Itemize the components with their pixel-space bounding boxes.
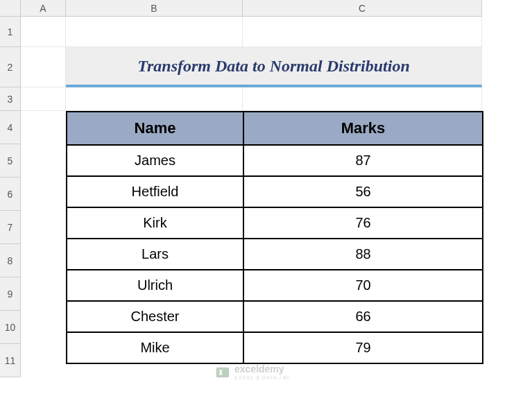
row-header-1[interactable]: 1 (0, 17, 21, 47)
column-headers: A B C (21, 0, 482, 17)
svg-rect-0 (216, 368, 229, 378)
cell-name[interactable]: Ulrich (67, 270, 243, 301)
cell-marks[interactable]: 88 (243, 239, 483, 270)
row-header-9[interactable]: 9 (0, 277, 21, 311)
cell-name[interactable]: Mike (67, 332, 243, 363)
cell-marks[interactable]: 79 (243, 332, 483, 363)
row-header-5[interactable]: 5 (0, 144, 21, 178)
cell-a3[interactable] (21, 87, 66, 111)
header-marks[interactable]: Marks (243, 112, 483, 145)
row-header-7[interactable]: 7 (0, 211, 21, 244)
table-row: Kirk 76 (67, 207, 483, 239)
excel-icon (215, 365, 230, 380)
title-cell[interactable]: Transform Data to Normal Distribution (66, 47, 482, 87)
cell-marks[interactable]: 76 (243, 207, 483, 239)
select-all-corner[interactable] (0, 0, 21, 17)
row-header-11[interactable]: 11 (0, 344, 21, 377)
row-header-8[interactable]: 8 (0, 244, 21, 277)
cell-c3[interactable] (243, 87, 482, 111)
row-header-3[interactable]: 3 (0, 87, 21, 111)
cell-name[interactable]: Hetfield (67, 176, 243, 207)
col-header-a[interactable]: A (21, 0, 66, 17)
row-headers: 1 2 3 4 5 6 7 8 9 10 11 (0, 17, 21, 377)
cell-marks[interactable]: 66 (243, 301, 483, 332)
row-header-10[interactable]: 10 (0, 311, 21, 344)
cell-b1[interactable] (66, 17, 243, 47)
table-row: Mike 79 (67, 332, 483, 363)
cell-name[interactable]: James (67, 145, 243, 176)
cell-a2[interactable] (21, 47, 66, 87)
row-header-6[interactable]: 6 (0, 178, 21, 211)
table-row: Ulrich 70 (67, 270, 483, 301)
cell-name[interactable]: Lars (67, 239, 243, 270)
cell-c1[interactable] (243, 17, 482, 47)
row-header-4[interactable]: 4 (0, 111, 21, 144)
data-table: Name Marks James 87 Hetfield 56 Kirk 76 … (66, 111, 483, 364)
cell-marks[interactable]: 87 (243, 145, 483, 176)
col-header-c[interactable]: C (243, 0, 482, 17)
cell-name[interactable]: Chester (67, 301, 243, 332)
cell-name[interactable]: Kirk (67, 207, 243, 239)
col-header-b[interactable]: B (66, 0, 243, 17)
watermark-brand: exceldemy (234, 364, 289, 375)
header-name[interactable]: Name (67, 112, 243, 145)
table-row: Chester 66 (67, 301, 483, 332)
cell-a1[interactable] (21, 17, 66, 47)
watermark: exceldemy EXCEL & DATA • BI (215, 364, 289, 381)
table-header-row: Name Marks (67, 112, 483, 145)
table-row: James 87 (67, 145, 483, 176)
table-row: Hetfield 56 (67, 176, 483, 207)
cell-marks[interactable]: 56 (243, 176, 483, 207)
grid-area: Transform Data to Normal Distribution (21, 17, 482, 111)
cell-marks[interactable]: 70 (243, 270, 483, 301)
watermark-tagline: EXCEL & DATA • BI (234, 375, 289, 381)
table-row: Lars 88 (67, 239, 483, 270)
row-header-2[interactable]: 2 (0, 47, 21, 87)
cell-b3[interactable] (66, 87, 243, 111)
